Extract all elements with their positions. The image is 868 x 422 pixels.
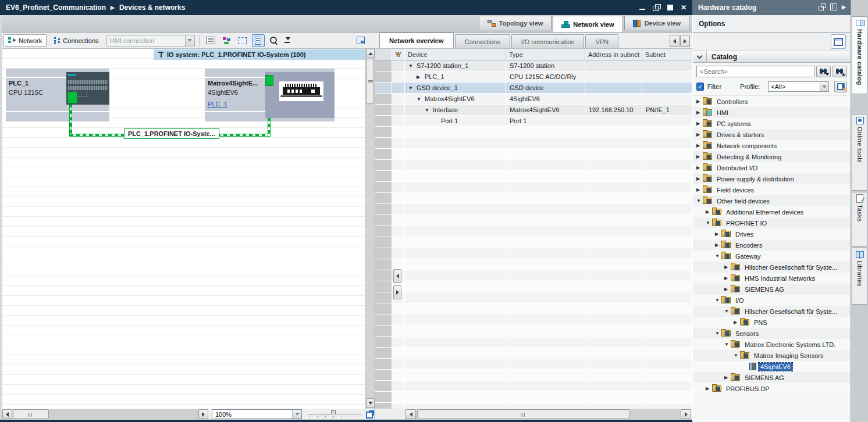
table-row-gsd-device-1[interactable]: ▼GSD device_1GSD device bbox=[375, 83, 692, 94]
catalog-item-siemens-ag[interactable]: ▶SIEMENS AG bbox=[693, 284, 851, 295]
panel-layout-icon[interactable] bbox=[830, 3, 837, 10]
catalog-item-pns[interactable]: ▶PNS bbox=[693, 317, 851, 328]
breadcrumb-project[interactable]: EV6_Profinet_Communication bbox=[6, 3, 106, 12]
zoom-button[interactable] bbox=[268, 34, 280, 47]
expander-right-icon[interactable]: ▶ bbox=[696, 154, 703, 159]
relabel-button[interactable] bbox=[205, 34, 218, 47]
collapse-panel-icon[interactable]: ▶ bbox=[842, 3, 846, 10]
scroll-right-button[interactable] bbox=[198, 409, 208, 419]
expander-right-icon[interactable]: ▶ bbox=[696, 99, 703, 104]
scroll-right-button[interactable] bbox=[681, 409, 691, 419]
expander-down-icon[interactable]: ▼ bbox=[724, 309, 731, 314]
side-tab-libraries[interactable]: Libraries bbox=[852, 248, 868, 305]
expander-right-icon[interactable]: ▶ bbox=[734, 320, 740, 325]
zoom-slider[interactable] bbox=[308, 409, 361, 419]
close-icon[interactable]: ✕ bbox=[681, 4, 686, 11]
table-row-plc-1[interactable]: ▶PLC_1CPU 1215C AC/DC/Rly bbox=[375, 71, 692, 83]
catalog-section-header[interactable]: Catalog bbox=[693, 51, 851, 63]
table-row-interface[interactable]: ▼InterfaceMatrox4SightEV6192.168.250.10P… bbox=[375, 105, 692, 116]
catalog-item-4sightev6[interactable]: 4SightEV6 bbox=[693, 361, 851, 372]
minimize-icon[interactable] bbox=[639, 4, 647, 11]
profile-dropdown-icon[interactable] bbox=[820, 82, 828, 91]
search-up-button[interactable] bbox=[833, 66, 847, 77]
profinet-wire-plc-drop[interactable] bbox=[69, 103, 72, 137]
catalog-item-power-supply-distribution[interactable]: ▶Power supply & distribution bbox=[693, 173, 851, 184]
catalog-item-drives-starters[interactable]: ▶Drives & starters bbox=[693, 129, 851, 140]
expander-down-icon[interactable]: ▼ bbox=[715, 298, 721, 303]
connections-mode-button[interactable]: Connections bbox=[49, 34, 103, 47]
expander-right-icon[interactable]: ▶ bbox=[696, 165, 703, 170]
catalog-item-profinet-io[interactable]: ▼PROFINET IO bbox=[693, 217, 851, 228]
fit-to-view-icon[interactable] bbox=[366, 410, 374, 419]
maximize-icon[interactable] bbox=[667, 4, 675, 11]
search-down-button[interactable] bbox=[816, 66, 831, 77]
column-header-device[interactable]: Device bbox=[405, 49, 506, 60]
selection-frame-button[interactable] bbox=[236, 34, 249, 47]
breadcrumb-section[interactable]: Devices & networks bbox=[119, 3, 185, 12]
float-panel-icon[interactable] bbox=[819, 3, 826, 10]
catalog-item-encoders[interactable]: ▶Encoders bbox=[693, 239, 851, 251]
catalog-item-matrox-electronic-systems-ltd[interactable]: ▼Matrox Electronic Systems LTD. bbox=[693, 339, 851, 350]
column-header-type[interactable]: Type bbox=[506, 49, 585, 60]
expander-right-icon[interactable]: ▶ bbox=[706, 209, 712, 214]
filter-checkbox[interactable]: ✓ bbox=[696, 83, 704, 91]
expander-right-icon[interactable]: ▶ bbox=[696, 110, 703, 115]
tab-vpn[interactable]: VPN bbox=[585, 34, 618, 48]
tab-scroll-left-button[interactable] bbox=[670, 35, 680, 47]
chevron-down-icon[interactable] bbox=[697, 53, 703, 59]
table-row-port-1[interactable]: Port 1Port 1 bbox=[375, 116, 692, 127]
expander-down-icon[interactable]: ▼ bbox=[696, 198, 703, 203]
horizontal-scroll-thumb[interactable] bbox=[13, 409, 49, 419]
expander-right-icon[interactable]: ▶ bbox=[696, 143, 703, 148]
expander-down-icon[interactable]: ▼ bbox=[734, 353, 740, 358]
search-input[interactable]: <Search> bbox=[696, 66, 814, 77]
canvas-vertical-scrollbar[interactable] bbox=[365, 49, 374, 409]
io-system-banner[interactable]: IO system: PLC_1.PROFINET IO-System (100… bbox=[154, 49, 365, 60]
scroll-down-button[interactable] bbox=[366, 398, 375, 408]
graphic-overview-button[interactable] bbox=[354, 34, 367, 47]
catalog-item-network-components[interactable]: ▶Network components bbox=[693, 140, 851, 151]
expander-right-icon[interactable]: ▶ bbox=[724, 264, 731, 270]
catalog-item-i-o[interactable]: ▼I/O bbox=[693, 295, 851, 306]
scroll-up-button[interactable] bbox=[366, 49, 375, 58]
catalog-item-hms-industrial-networks[interactable]: ▶HMS Industrial Networks bbox=[693, 273, 851, 284]
scroll-left-button[interactable] bbox=[2, 409, 12, 419]
expander-down-icon[interactable]: ▼ bbox=[408, 63, 414, 69]
side-tab-tasks[interactable]: Tasks bbox=[852, 192, 868, 246]
collapse-right-button[interactable] bbox=[393, 285, 401, 299]
catalog-item-matrox-imaging-sensors[interactable]: ▼Matrox Imaging Sensors bbox=[693, 350, 851, 361]
catalog-info-button[interactable] bbox=[834, 81, 847, 92]
table-row-s7-1200-station-1[interactable]: ▼S7-1200 station_1S7-1200 station bbox=[375, 60, 692, 71]
expander-right-icon[interactable]: ▶ bbox=[696, 121, 703, 126]
expander-right-icon[interactable]: ▶ bbox=[696, 132, 703, 137]
catalog-item-field-devices[interactable]: ▶Field devices bbox=[693, 184, 851, 195]
zoom-level-select[interactable]: 100% bbox=[212, 409, 302, 419]
expander-down-icon[interactable]: ▼ bbox=[417, 96, 422, 102]
overview-horizontal-scrollbar[interactable] bbox=[405, 409, 691, 419]
catalog-item-detecting-monitoring[interactable]: ▶Detecting & Monitoring bbox=[693, 151, 851, 162]
catalog-item-hilscher-gesellschaft-f-r-syste[interactable]: ▼Hilscher Gesellschaft für Syste... bbox=[693, 306, 851, 317]
expander-down-icon[interactable]: ▼ bbox=[425, 108, 430, 113]
matrox-profinet-port[interactable] bbox=[265, 75, 273, 86]
side-tab-online-tools[interactable]: Online tools bbox=[852, 114, 868, 191]
plc-device-box[interactable]: PLC_1 CPU 1215C bbox=[6, 69, 109, 121]
expander-right-icon[interactable]: ▶ bbox=[706, 386, 712, 391]
vertical-scroll-thumb[interactable] bbox=[366, 59, 374, 104]
connection-type-dropdown-icon[interactable] bbox=[185, 35, 194, 46]
matrox-controller-link[interactable]: PLC_1 bbox=[208, 101, 227, 108]
zoom-dropdown-icon[interactable] bbox=[292, 410, 301, 419]
expander-right-icon[interactable]: ▶ bbox=[696, 187, 703, 192]
catalog-item-controllers[interactable]: ▶Controllers bbox=[693, 96, 851, 107]
expander-down-icon[interactable]: ▼ bbox=[715, 253, 721, 259]
matrox-device-image[interactable] bbox=[265, 72, 335, 118]
tab-i-o-communication[interactable]: I/O communication bbox=[511, 34, 585, 48]
expander-right-icon[interactable]: ▶ bbox=[715, 242, 721, 248]
catalog-item-hilscher-gesellschaft-f-r-syste[interactable]: ▶Hilscher Gesellschaft für Syste... bbox=[693, 262, 851, 273]
tab-topology-view[interactable]: Topology view bbox=[479, 16, 552, 30]
column-header-address-in-subnet[interactable]: Address in subnet bbox=[585, 49, 642, 60]
catalog-item-siemens-ag[interactable]: ▶SIEMENS AG bbox=[693, 372, 851, 383]
expander-right-icon[interactable]: ▶ bbox=[724, 375, 731, 380]
network-mode-button[interactable]: Network bbox=[3, 34, 47, 47]
side-tab-hardware-catalog[interactable]: Hardware catalog bbox=[852, 16, 868, 94]
page-view-button[interactable] bbox=[252, 34, 265, 47]
